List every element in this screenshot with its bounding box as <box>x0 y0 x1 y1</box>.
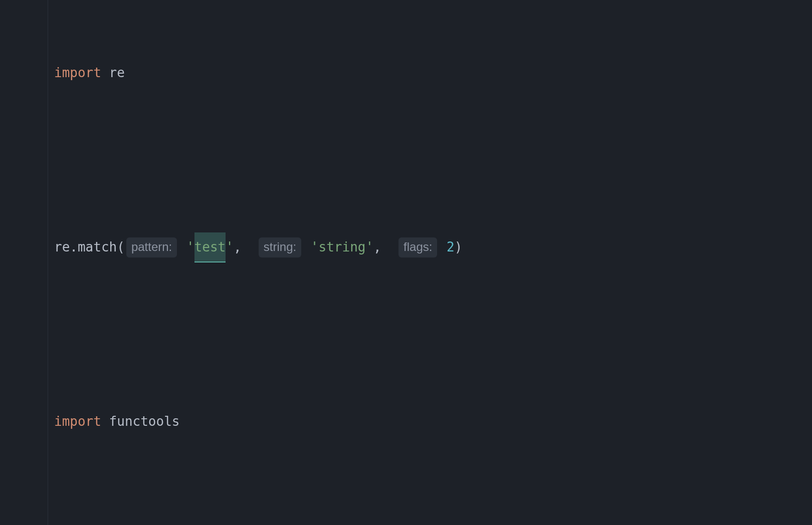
keyword-import: import <box>54 414 101 429</box>
module-functools: functools <box>109 414 180 429</box>
comma: , <box>234 239 257 254</box>
code-line[interactable]: re.match(pattern: 'test', string: 'strin… <box>54 232 806 261</box>
keyword-import: import <box>54 65 101 80</box>
close-paren: ) <box>455 239 463 254</box>
inlay-hint-string: string: <box>259 237 301 257</box>
string-literal: 'string' <box>311 239 373 254</box>
call-re-match: re.match( <box>54 239 125 254</box>
inlay-hint-flags: flags: <box>398 237 437 257</box>
quote: ' <box>226 239 234 254</box>
code-line[interactable]: import re <box>54 58 806 87</box>
code-line[interactable]: import functools <box>54 407 806 436</box>
code-line[interactable] <box>54 320 806 349</box>
code-line[interactable] <box>54 494 806 523</box>
gutter <box>0 0 48 525</box>
code-line[interactable] <box>54 145 806 174</box>
module-re: re <box>109 65 125 80</box>
inlay-hint-pattern: pattern: <box>126 237 177 257</box>
string-test-selected[interactable]: test <box>194 232 226 262</box>
quote: ' <box>186 239 194 254</box>
code-editor[interactable]: import re re.match(pattern: 'test', stri… <box>0 0 812 525</box>
number: 2 <box>447 239 455 254</box>
comma: , <box>373 239 397 254</box>
code-area[interactable]: import re re.match(pattern: 'test', stri… <box>48 0 812 525</box>
